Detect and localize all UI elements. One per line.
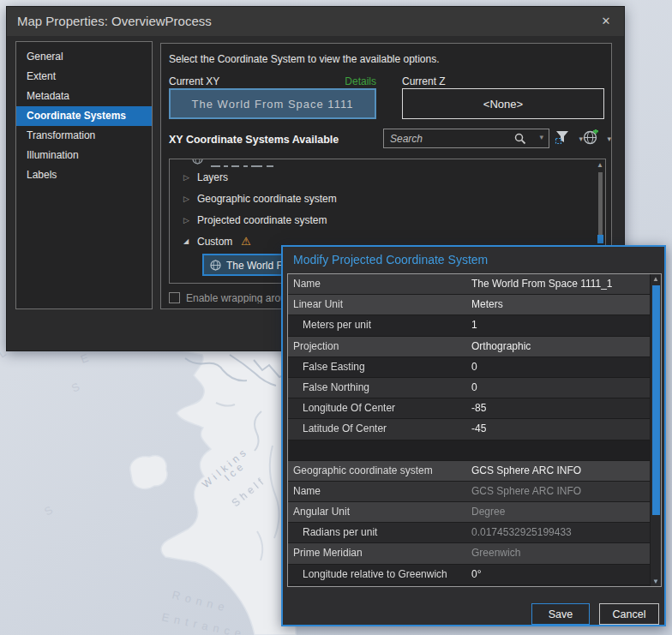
save-button[interactable]: Save bbox=[531, 603, 590, 625]
enable-wrapping-label: Enable wrapping arou bbox=[186, 292, 286, 303]
search-icon bbox=[514, 133, 526, 145]
sidebar-item-label: Illumination bbox=[27, 149, 79, 161]
sidebar-item[interactable]: Coordinate Systems bbox=[16, 106, 152, 126]
property-value: 0° bbox=[471, 568, 481, 580]
sidebar-item[interactable]: Transformation bbox=[16, 126, 152, 146]
scrollbar-thumb[interactable] bbox=[598, 172, 603, 235]
property-label: Name bbox=[293, 278, 321, 290]
property-value: The World From Space 1111_1 bbox=[471, 278, 613, 290]
modify-pcs-dialog: Modify Projected Coordinate System Name … bbox=[281, 245, 666, 626]
property-row[interactable]: Linear Unit Meters bbox=[288, 295, 650, 315]
property-row[interactable]: Projection Orthographic bbox=[288, 337, 650, 357]
globe-icon bbox=[192, 159, 203, 165]
warning-icon: ⚠ bbox=[241, 231, 251, 252]
sidebar-item[interactable]: Extent bbox=[16, 67, 152, 87]
search-placeholder: Search bbox=[390, 133, 423, 145]
property-row[interactable]: Prime Meridian Greenwich bbox=[288, 543, 650, 564]
current-z-label: Current Z bbox=[402, 75, 446, 87]
sidebar-item-label: Coordinate Systems bbox=[27, 110, 126, 122]
property-label: Longitude relative to Greenwich bbox=[303, 568, 447, 580]
add-coordinate-system-button[interactable]: ▾ bbox=[583, 129, 611, 148]
globe-add-icon bbox=[583, 129, 599, 146]
property-row[interactable]: Geographic coordinate system GCS Sphere … bbox=[288, 461, 650, 482]
tree-item[interactable]: ▷ ◢ Layers⚠ bbox=[170, 167, 581, 188]
property-row[interactable]: False Northing 0 bbox=[288, 378, 650, 398]
tree-item[interactable]: ▷ ◢ Projected coordinate system⚠ bbox=[170, 210, 581, 231]
cancel-button[interactable]: Cancel bbox=[599, 603, 659, 625]
expand-collapsed-icon[interactable]: ▷ bbox=[183, 210, 189, 231]
property-row[interactable]: Angular Unit Degree bbox=[288, 502, 650, 523]
property-label: Angular Unit bbox=[293, 506, 350, 518]
xy-available-heading: XY Coordinate Systems Available bbox=[169, 134, 339, 146]
sidebar-item[interactable]: Metadata bbox=[16, 87, 152, 106]
property-value: 1 bbox=[471, 319, 477, 331]
sidebar-item-label: Metadata bbox=[27, 90, 69, 102]
property-label: Name bbox=[293, 485, 321, 497]
property-value: Meters bbox=[471, 298, 503, 310]
filter-button[interactable]: ▾ bbox=[555, 129, 583, 148]
search-dropdown-icon[interactable]: ▾ bbox=[539, 133, 543, 141]
table-scrollbar[interactable]: ▲ ▼ bbox=[650, 274, 661, 586]
current-z-button[interactable]: <None> bbox=[402, 88, 604, 119]
property-label: Longitude Of Center bbox=[303, 402, 395, 414]
island bbox=[130, 455, 167, 488]
tree-item-label: Projected coordinate system⚠ bbox=[197, 210, 327, 231]
property-value: 0.0174532925199433 bbox=[471, 526, 572, 538]
property-label: Geographic coordinate system bbox=[293, 464, 433, 476]
enable-wrapping-row: Enable wrapping arou bbox=[169, 290, 297, 303]
tree-item[interactable]: ▷ ◢ Geographic coordinate system⚠ bbox=[170, 189, 581, 209]
expand-collapsed-icon[interactable]: ▷ bbox=[183, 189, 189, 209]
sidebar-item[interactable]: General bbox=[16, 47, 152, 67]
globe-dropdown-icon: ▾ bbox=[607, 135, 611, 143]
property-row[interactable] bbox=[288, 440, 650, 461]
property-value: Greenwich bbox=[471, 547, 520, 559]
property-row[interactable]: Radians per unit 0.0174532925199433 bbox=[288, 523, 650, 543]
property-value: 0 bbox=[471, 361, 477, 373]
property-value: 0 bbox=[471, 381, 477, 393]
property-label: Radians per unit bbox=[303, 526, 377, 538]
expand-expanded-icon[interactable]: ◢ bbox=[183, 231, 189, 252]
scrollbar-thumb[interactable] bbox=[652, 285, 660, 515]
scroll-down-icon[interactable]: ▼ bbox=[652, 578, 659, 585]
current-xy-button[interactable]: The World From Space 1111 bbox=[169, 88, 376, 119]
sidebar-item-label: General bbox=[27, 51, 63, 63]
property-row[interactable]: Longitude Of Center -85 bbox=[288, 398, 650, 419]
property-value: -85 bbox=[471, 402, 486, 414]
scrollbar-blue-segment[interactable] bbox=[597, 235, 603, 243]
scroll-up-icon[interactable]: ▲ bbox=[652, 275, 659, 283]
property-label: Latitude Of Center bbox=[303, 422, 387, 434]
property-rows: Name The World From Space 1111_1 Linear … bbox=[288, 274, 650, 585]
property-row[interactable]: Longitude relative to Greenwich 0° bbox=[288, 565, 650, 585]
tree-item-label: Custom⚠ bbox=[197, 231, 251, 252]
property-row[interactable]: Name The World From Space 1111_1 bbox=[288, 274, 650, 295]
sidebar-item-label: Labels bbox=[27, 169, 57, 181]
dialog-titlebar: Map Properties: OverviewProcess ✕ bbox=[7, 7, 624, 36]
property-row[interactable]: Name GCS Sphere ARC INFO bbox=[288, 482, 650, 502]
modify-dialog-title: Modify Projected Coordinate System bbox=[293, 253, 488, 267]
property-row[interactable]: False Easting 0 bbox=[288, 357, 650, 378]
property-value: GCS Sphere ARC INFO bbox=[471, 485, 581, 497]
enable-wrapping-checkbox[interactable] bbox=[169, 292, 180, 303]
property-value: Orthographic bbox=[471, 340, 531, 352]
close-icon[interactable]: ✕ bbox=[598, 14, 614, 29]
scroll-up-icon[interactable]: ▲ bbox=[597, 161, 603, 169]
sidebar-item[interactable]: Labels bbox=[16, 165, 152, 185]
property-row[interactable]: Latitude Of Center -45 bbox=[288, 419, 650, 440]
search-box[interactable]: Search ▾ bbox=[383, 129, 549, 148]
sidebar-item[interactable]: Illumination bbox=[16, 146, 152, 165]
globe-icon bbox=[210, 260, 221, 271]
dialog-title: Map Properties: OverviewProcess bbox=[17, 14, 212, 28]
property-label: Prime Meridian bbox=[293, 547, 363, 559]
tree-item-label: Layers⚠ bbox=[197, 167, 228, 188]
details-link[interactable]: Details bbox=[169, 75, 376, 87]
property-label: Meters per unit bbox=[303, 319, 371, 331]
intro-text: Select the Coordinate System to view the… bbox=[169, 53, 440, 65]
tree-item-label: The World Fr bbox=[226, 260, 286, 272]
filter-icon bbox=[555, 129, 570, 145]
expand-collapsed-icon[interactable]: ▷ bbox=[183, 167, 189, 188]
property-label: False Northing bbox=[303, 381, 369, 393]
tree-item-label: Geographic coordinate system⚠ bbox=[197, 189, 337, 209]
property-row[interactable]: Meters per unit 1 bbox=[288, 315, 650, 336]
sidebar: General Extent Metadata Coordinate Syste… bbox=[15, 41, 153, 309]
property-value: -45 bbox=[471, 422, 486, 434]
